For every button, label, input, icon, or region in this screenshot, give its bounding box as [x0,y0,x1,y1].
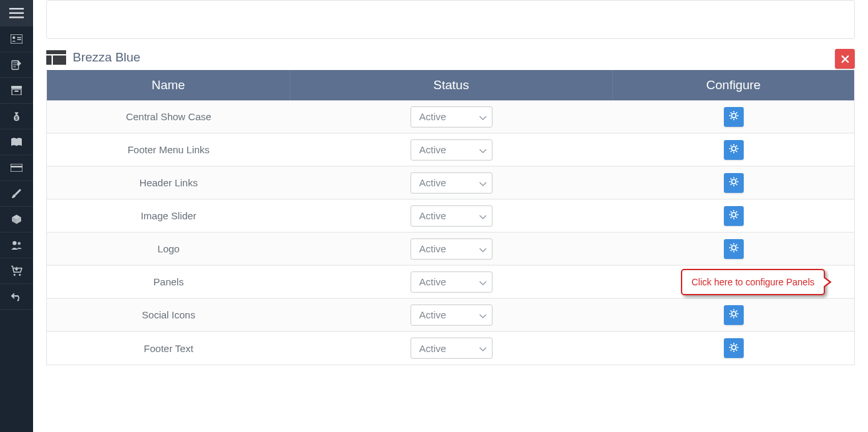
svg-point-54 [731,246,735,250]
svg-rect-8 [11,86,22,89]
chevron-down-icon [479,309,487,320]
book-icon [11,137,22,147]
chevron-down-icon [479,243,487,254]
table-row: Footer Menu LinksActive [47,133,854,166]
svg-point-16 [14,274,16,276]
status-value: Active [419,210,446,221]
status-select[interactable]: Active [411,106,493,127]
svg-point-14 [13,241,17,245]
status-select[interactable]: Active [411,172,493,194]
sidebar-card[interactable] [0,155,33,181]
configure-button[interactable] [724,206,744,226]
close-button[interactable] [835,49,855,69]
sidebar: $ [0,0,33,432]
configure-button[interactable] [724,305,744,325]
svg-point-45 [731,213,735,217]
svg-line-26 [736,112,737,114]
money-bag-icon: $ [12,111,21,122]
configure-button[interactable] [724,140,744,160]
configure-button[interactable] [724,107,744,127]
row-name: Footer Text [144,343,194,354]
svg-rect-5 [17,37,21,38]
svg-line-59 [730,244,732,246]
status-value: Active [419,276,446,287]
id-card-icon [11,34,22,44]
svg-line-24 [736,118,737,119]
gear-icon [729,242,739,255]
card-icon [11,164,22,172]
col-header-name: Name [47,70,290,100]
sidebar-book[interactable] [0,129,33,155]
svg-point-81 [731,345,735,349]
sidebar-archive[interactable] [0,78,33,104]
svg-rect-9 [12,89,21,95]
svg-line-78 [736,316,737,317]
svg-line-87 [736,349,737,351]
svg-line-77 [730,310,732,312]
svg-line-23 [730,112,732,114]
svg-line-50 [730,211,732,213]
sidebar-users[interactable] [0,233,33,258]
box-3d-icon [11,214,22,225]
svg-line-62 [736,244,737,246]
svg-rect-2 [9,17,24,18]
status-select[interactable]: Active [411,271,493,293]
svg-line-25 [730,118,732,119]
sidebar-id-card[interactable] [0,26,33,52]
svg-line-53 [736,211,737,213]
brush-icon [11,188,22,199]
row-name: Panels [153,276,184,287]
hamburger-icon [9,8,24,18]
svg-line-80 [736,310,737,312]
svg-rect-10 [15,90,19,92]
row-name: Social Icons [142,309,196,320]
row-name: Logo [157,243,179,254]
chevron-down-icon [479,210,487,221]
sidebar-cart[interactable] [0,258,33,284]
sidebar-undo[interactable] [0,284,33,310]
configure-button[interactable] [724,173,744,193]
svg-point-72 [731,312,735,316]
gear-icon [729,209,739,222]
svg-line-44 [736,178,737,180]
svg-point-27 [731,147,735,151]
status-value: Active [419,243,446,254]
gear-icon [729,110,739,123]
hamburger-menu[interactable] [0,0,33,26]
status-value: Active [419,309,446,320]
col-header-status: Status [290,70,613,100]
svg-rect-13 [11,166,22,168]
table-header: Name Status Configure [47,70,854,100]
status-select[interactable]: Active [411,305,493,326]
svg-line-88 [730,349,732,351]
configure-button[interactable] [724,239,744,259]
svg-line-33 [736,151,737,152]
svg-line-43 [730,184,732,185]
chevron-down-icon [479,144,487,155]
svg-point-4 [13,36,15,39]
svg-point-17 [19,274,21,276]
svg-line-34 [730,151,732,152]
gear-icon [729,143,739,156]
row-name: Image Slider [141,210,196,221]
sidebar-money[interactable]: $ [0,104,33,129]
sidebar-edit[interactable] [0,52,33,78]
status-select[interactable]: Active [411,139,493,161]
status-select[interactable]: Active [411,205,493,227]
sidebar-box3d[interactable] [0,207,33,233]
svg-line-52 [730,217,732,218]
status-value: Active [419,111,446,122]
svg-line-41 [730,178,732,180]
svg-line-35 [736,145,737,147]
tooltip-text: Click here to configure Panels [691,277,814,287]
sidebar-brush[interactable] [0,181,33,207]
svg-line-42 [736,184,737,185]
table-row: PanelsActiveClick here to configure Pane… [47,266,854,299]
svg-point-15 [18,242,21,245]
table-row: Footer TextActive [47,332,854,365]
status-select[interactable]: Active [411,238,493,260]
status-value: Active [419,343,446,354]
configure-button[interactable] [724,338,744,358]
tooltip-callout: Click here to configure Panels [681,269,825,295]
status-select[interactable]: Active [411,338,493,359]
